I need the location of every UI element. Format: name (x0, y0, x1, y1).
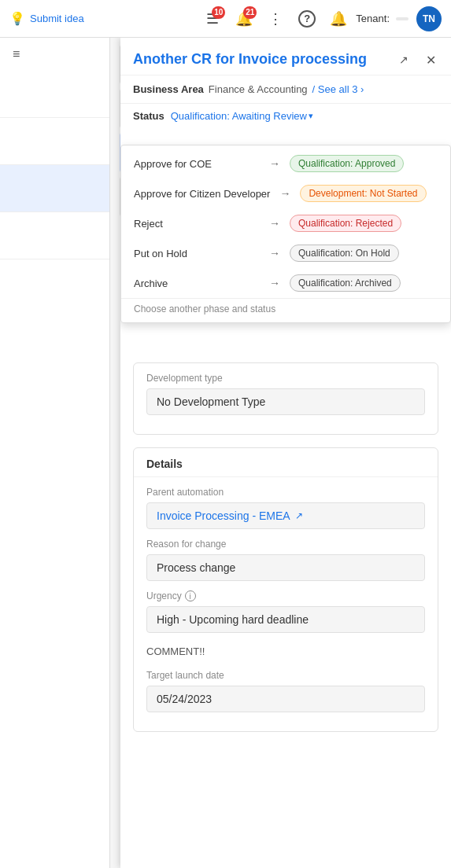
hamburger-notifications-btn[interactable]: ☰ 10 (198, 5, 227, 33)
sidebar: ≡ (0, 38, 110, 868)
badge-dev-not-started: Development: Not Started (300, 185, 426, 202)
notifications-bell-btn[interactable]: 🔔 (324, 5, 353, 33)
badge-on-hold: Qualification: On Hold (290, 245, 399, 262)
reason-for-change-label: Reason for change (146, 539, 425, 550)
badge-approved: Qualification: Approved (290, 155, 404, 172)
business-area-value: Finance & Accounting (209, 83, 308, 95)
comment-value: COMMENT!! (146, 642, 425, 660)
dropdown-row-approve-citizen[interactable]: Approve for Citizen Developer → Developm… (121, 178, 450, 208)
business-area-label: Business Area (133, 83, 204, 95)
more-options-btn[interactable]: ⋮ (261, 5, 290, 33)
panel-meta: Business Area Finance & Accounting / See… (120, 75, 451, 104)
submit-idea-label: Submit idea (30, 13, 84, 24)
arrow-icon-3: → (269, 217, 280, 230)
status-dropdown-btn[interactable]: Qualification: Awaiting Review ▾ (171, 110, 313, 122)
development-type-value: No Development Type (146, 388, 425, 415)
choose-another-option[interactable]: Choose another phase and status (121, 298, 450, 319)
reason-for-change-value: Process change (146, 554, 425, 581)
navbar: 💡 Submit idea ☰ 10 🔔 21 ⋮ ? 🔔 Tenant: TN (0, 0, 451, 38)
development-type-label: Development type (146, 373, 425, 384)
parent-automation-value[interactable]: Invoice Processing - EMEA ↗ (146, 502, 425, 529)
status-dropdown-menu: Approve for COE → Qualification: Approve… (120, 145, 451, 323)
avatar-initials: TN (423, 13, 435, 24)
see-all-link[interactable]: / See all 3 › (312, 83, 364, 95)
external-link-icon: ↗ (295, 510, 303, 521)
urgency-info-icon[interactable]: i (185, 590, 196, 601)
dropdown-row-approve-coe[interactable]: Approve for COE → Qualification: Approve… (121, 149, 450, 178)
urgency-value: High - Upcoming hard deadline (146, 606, 425, 633)
close-icon: ✕ (426, 53, 436, 68)
bell-badge: 21 (243, 6, 257, 19)
notifications-bell-icon: 🔔 (330, 10, 347, 28)
target-launch-date-value: 05/24/2023 (146, 686, 425, 712)
content-area: Another CR for Invoice processing ↗ ✕ Bu… (110, 38, 451, 868)
badge-archived: Qualification: Archived (290, 274, 401, 292)
action-reject-label: Reject (134, 218, 260, 230)
user-avatar[interactable]: TN (416, 6, 442, 31)
parent-automation-label: Parent automation (146, 487, 425, 498)
panel-header: Another CR for Invoice processing ↗ ✕ (120, 38, 451, 75)
open-external-icon: ↗ (399, 53, 408, 66)
chevron-down-icon: ▾ (309, 111, 313, 121)
choose-another-label: Choose another phase and status (134, 303, 275, 314)
help-icon: ? (298, 10, 316, 28)
arrow-icon-1: → (269, 157, 280, 170)
action-approve-coe-label: Approve for COE (134, 158, 260, 170)
lightbulb-icon: 💡 (9, 11, 25, 26)
arrow-icon-5: → (269, 277, 280, 289)
panel-overlay: Another CR for Invoice processing ↗ ✕ Bu… (120, 38, 451, 868)
details-card: Details Parent automation Invoice Proces… (133, 447, 438, 732)
filter-icon: ≡ (13, 47, 20, 61)
dropdown-row-reject[interactable]: Reject → Qualification: Rejected (121, 208, 450, 238)
development-type-card: Development type No Development Type (133, 362, 438, 435)
bell-btn[interactable]: 🔔 21 (230, 5, 258, 33)
details-card-body: Parent automation Invoice Processing - E… (134, 477, 438, 731)
dropdown-row-on-hold[interactable]: Put on Hold → Qualification: On Hold (121, 238, 450, 268)
details-section-title: Details (134, 448, 438, 477)
development-type-card-body: Development type No Development Type (134, 363, 438, 434)
navbar-icons: ☰ 10 🔔 21 ⋮ ? 🔔 Tenant: TN (198, 5, 442, 33)
submit-idea-nav[interactable]: 💡 Submit idea (9, 11, 84, 26)
target-launch-date-label: Target launch date (146, 670, 425, 681)
hamburger-badge: 10 (212, 6, 225, 19)
panel-status-row: Status Qualification: Awaiting Review ▾ (120, 104, 451, 122)
action-archive-label: Archive (134, 278, 260, 289)
status-label: Status (133, 110, 165, 122)
panel-header-icons: ↗ ✕ (393, 49, 442, 71)
more-icon: ⋮ (268, 10, 283, 28)
dropdown-row-archive[interactable]: Archive → Qualification: Archived (121, 268, 450, 298)
tenant-label: Tenant: (356, 13, 390, 24)
action-on-hold-label: Put on Hold (134, 248, 260, 259)
tenant-name-value (396, 17, 408, 20)
action-approve-citizen-label: Approve for Citizen Developer (134, 188, 270, 200)
open-external-btn[interactable]: ↗ (393, 49, 415, 71)
urgency-label: Urgency i (146, 590, 425, 601)
arrow-icon-4: → (269, 247, 280, 259)
help-btn[interactable]: ? (293, 5, 321, 33)
close-panel-btn[interactable]: ✕ (420, 49, 442, 71)
badge-rejected: Qualification: Rejected (290, 215, 401, 232)
filter-icon-btn[interactable]: ≡ (0, 38, 109, 71)
main-layout: ≡ Another CR for Invoice processing ↗ (0, 38, 451, 868)
status-value: Qualification: Awaiting Review (171, 110, 307, 122)
panel-body: Development type No Development Type Det… (120, 350, 451, 804)
arrow-icon-2: → (279, 187, 290, 200)
